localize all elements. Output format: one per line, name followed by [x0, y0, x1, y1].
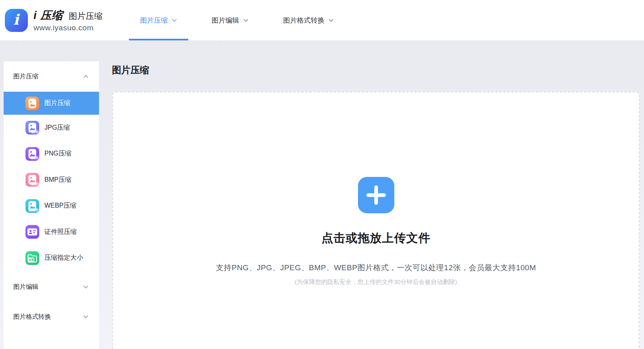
logo-icon: i: [5, 9, 28, 32]
nav-item-format-convert[interactable]: 图片格式转换: [282, 0, 335, 40]
logo-letter: i: [13, 12, 19, 27]
chevron-up-icon: [83, 74, 88, 79]
chevron-down-icon: [328, 18, 334, 23]
nav-item-image-compress[interactable]: 图片压缩: [139, 0, 179, 40]
upload-plus-icon[interactable]: [358, 177, 394, 213]
webp-compress-icon: WEBP: [25, 199, 39, 213]
brand-text: i 压缩 图片压缩 www.iyasuo.com: [34, 8, 103, 32]
sidebar-item-png-compress[interactable]: PNG PNG压缩: [4, 141, 99, 167]
sidebar-section-image-edit[interactable]: 图片编辑: [4, 271, 99, 303]
brand-subtitle: 图片压缩: [69, 11, 103, 22]
kb-size-icon: KB: [25, 251, 39, 265]
brand-logo[interactable]: i i 压缩 图片压缩 www.iyasuo.com: [5, 8, 103, 32]
svg-text:KB: KB: [29, 258, 34, 262]
nav-item-image-edit[interactable]: 图片编辑: [210, 0, 250, 40]
upload-description: 支持PNG、JPG、JPEG、BMP、WEBP图片格式，一次可以处理12张，会员…: [216, 263, 536, 273]
chevron-down-icon: [243, 18, 248, 23]
sidebar-item-compress-to-size[interactable]: KB 压缩指定大小: [4, 245, 99, 271]
chevron-down-icon: [83, 284, 88, 290]
sidebar-section-format-convert[interactable]: 图片格式转换: [4, 303, 99, 331]
sidebar-item-image-compress[interactable]: 图片压缩: [4, 92, 99, 115]
sidebar-item-bmp-compress[interactable]: BMP BMP压缩: [4, 167, 99, 193]
upload-headline: 点击或拖放上传文件: [322, 230, 431, 246]
upload-privacy-note: (为保障您的隐私安全，您上传的文件30分钟后会被自动删除): [295, 278, 457, 286]
header: i i 压缩 图片压缩 www.iyasuo.com 图片压缩 图片编辑 图片格…: [0, 0, 644, 40]
png-compress-icon: PNG: [25, 147, 39, 161]
id-photo-icon: [25, 225, 39, 239]
sidebar-item-webp-compress[interactable]: WEBP WEBP压缩: [4, 193, 99, 219]
sidebar-item-id-photo-compress[interactable]: 证件照压缩: [4, 219, 99, 245]
brand-url: www.iyasuo.com: [34, 23, 103, 32]
chevron-down-icon: [172, 18, 177, 23]
jpg-compress-icon: JPG: [25, 121, 39, 135]
top-nav: 图片压缩 图片编辑 图片格式转换: [139, 0, 335, 40]
sidebar: 图片压缩 图片压缩 JPG JPG压缩: [4, 61, 99, 349]
chevron-down-icon: [83, 314, 88, 320]
upload-dropzone[interactable]: 点击或拖放上传文件 支持PNG、JPG、JPEG、BMP、WEBP图片格式，一次…: [112, 92, 640, 349]
image-compress-icon: [25, 97, 39, 110]
sidebar-item-jpg-compress[interactable]: JPG JPG压缩: [4, 115, 99, 141]
bmp-compress-icon: BMP: [25, 173, 39, 187]
page-title: 图片压缩: [112, 64, 149, 76]
brand-name: i 压缩: [34, 8, 63, 23]
sidebar-section-image-compress[interactable]: 图片压缩: [4, 61, 99, 92]
